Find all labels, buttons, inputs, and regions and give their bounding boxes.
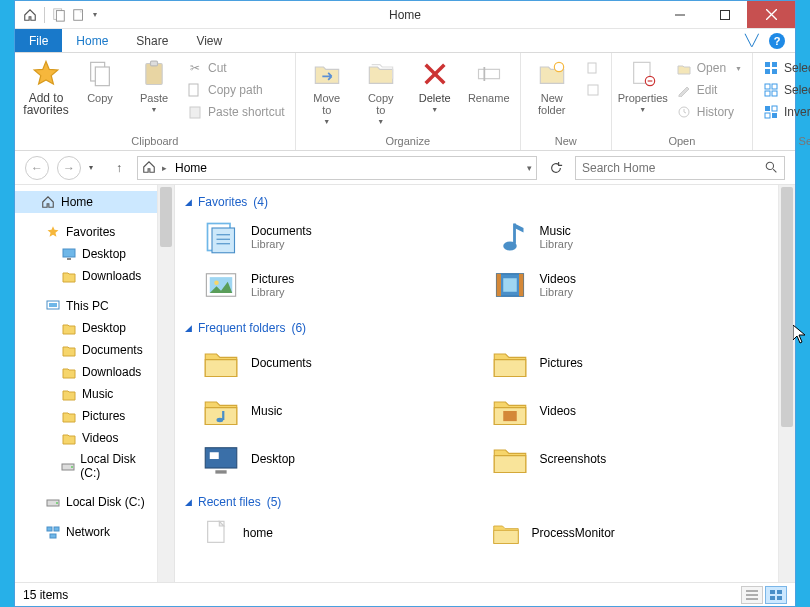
history-dropdown-icon[interactable]: ▾ <box>89 163 101 172</box>
dropdown-icon[interactable]: ▾ <box>527 163 532 173</box>
tree-this-pc[interactable]: This PC <box>15 295 157 317</box>
tree-desktop[interactable]: Desktop <box>15 243 157 265</box>
tab-home[interactable]: Home <box>62 29 122 52</box>
item-documents[interactable]: DocumentsLibrary <box>201 217 480 257</box>
refresh-button[interactable] <box>545 157 567 179</box>
delete-button[interactable]: Delete ▼ <box>410 56 460 113</box>
move-to-icon <box>311 58 343 90</box>
collapse-ribbon-icon[interactable]: ╲╱ <box>745 34 759 47</box>
section-frequent[interactable]: ◢ Frequent folders (6) <box>185 317 768 343</box>
new-folder-button[interactable]: New folder <box>527 56 577 116</box>
folder-icon <box>61 320 77 336</box>
forward-button[interactable]: → <box>57 156 81 180</box>
favorites-grid: DocumentsLibrary MusicLibrary PicturesLi… <box>185 217 768 305</box>
tab-view[interactable]: View <box>182 29 236 52</box>
tree-pc-desktop[interactable]: Desktop <box>15 317 157 339</box>
easy-access-button[interactable] <box>581 80 605 100</box>
search-icon[interactable] <box>765 161 778 174</box>
rename-button[interactable]: Rename <box>464 56 514 104</box>
edit-button[interactable]: Edit <box>672 80 746 100</box>
details-view-button[interactable] <box>741 586 763 604</box>
chevron-right-icon[interactable]: ▸ <box>162 163 167 173</box>
group-label: Open <box>618 133 746 150</box>
tree-network[interactable]: Network <box>15 521 157 543</box>
item-videos[interactable]: VideosLibrary <box>490 265 769 305</box>
chevron-down-icon: ▼ <box>377 118 384 125</box>
select-none-button[interactable]: Select none <box>759 80 810 100</box>
help-icon[interactable]: ? <box>769 33 785 49</box>
maximize-button[interactable] <box>702 1 747 28</box>
scrollbar-thumb[interactable] <box>781 187 793 427</box>
address-bar[interactable]: ▸ Home ▾ <box>137 156 537 180</box>
item-pictures-folder[interactable]: Pictures <box>490 343 769 383</box>
content-scrollbar[interactable] <box>778 185 795 582</box>
tab-file[interactable]: File <box>15 29 62 52</box>
tree-pc-videos[interactable]: Videos <box>15 427 157 449</box>
svg-rect-19 <box>588 85 598 95</box>
history-button[interactable]: History <box>672 102 746 122</box>
add-to-favorites-button[interactable]: Add to favorites <box>21 56 71 116</box>
search-box[interactable] <box>575 156 785 180</box>
new-folder-icon[interactable] <box>70 6 88 24</box>
invert-selection-button[interactable]: Invert selection <box>759 102 810 122</box>
folder-icon <box>61 408 77 424</box>
titlebar: ▾ Home <box>15 1 795 29</box>
desktop-icon <box>201 439 241 479</box>
select-none-icon <box>763 82 779 98</box>
minimize-button[interactable] <box>657 1 702 28</box>
svg-point-56 <box>214 281 219 286</box>
item-processmonitor-folder[interactable]: ProcessMonitor <box>490 517 769 549</box>
new-item-button[interactable] <box>581 58 605 78</box>
open-button[interactable]: Open▼ <box>672 58 746 78</box>
properties-icon[interactable] <box>50 6 68 24</box>
quick-access-toolbar: ▾ <box>15 6 100 24</box>
paste-button[interactable]: Paste ▼ <box>129 56 179 113</box>
item-home-file[interactable]: home <box>201 517 480 549</box>
section-favorites[interactable]: ◢ Favorites (4) <box>185 191 768 217</box>
item-videos-folder[interactable]: Videos <box>490 391 769 431</box>
cut-button[interactable]: ✂Cut <box>183 58 289 78</box>
folder-videos-icon <box>490 391 530 431</box>
qat-dropdown-icon[interactable]: ▾ <box>90 10 100 19</box>
tree-favorites[interactable]: Favorites <box>15 221 157 243</box>
back-button[interactable]: ← <box>25 156 49 180</box>
item-desktop-folder[interactable]: Desktop <box>201 439 480 479</box>
section-recent[interactable]: ◢ Recent files (5) <box>185 491 768 517</box>
breadcrumb-item[interactable]: Home <box>171 161 211 175</box>
copy-to-button[interactable]: Copy to ▼ <box>356 56 406 125</box>
svg-rect-59 <box>519 274 524 297</box>
tree-pc-documents[interactable]: Documents <box>15 339 157 361</box>
tree-pc-pictures[interactable]: Pictures <box>15 405 157 427</box>
item-pictures[interactable]: PicturesLibrary <box>201 265 480 305</box>
svg-line-5 <box>766 9 777 20</box>
tree-local-disk[interactable]: Local Disk (C:) <box>15 491 157 513</box>
scrollbar-thumb[interactable] <box>160 187 172 247</box>
tree-home[interactable]: Home <box>15 191 157 213</box>
tree-pc-downloads[interactable]: Downloads <box>15 361 157 383</box>
ribbon-tabs: File Home Share View ╲╱ ? <box>15 29 795 53</box>
tree-pc-local-disk[interactable]: Local Disk (C:) <box>15 449 157 483</box>
close-button[interactable] <box>747 1 795 28</box>
tree-pc-music[interactable]: Music <box>15 383 157 405</box>
item-music[interactable]: MusicLibrary <box>490 217 769 257</box>
item-music-folder[interactable]: Music <box>201 391 480 431</box>
move-to-button[interactable]: Move to ▼ <box>302 56 352 125</box>
collapse-icon: ◢ <box>185 497 192 507</box>
select-all-button[interactable]: Select all <box>759 58 810 78</box>
tree-scrollbar[interactable] <box>157 185 174 582</box>
tree-downloads[interactable]: Downloads <box>15 265 157 287</box>
up-button[interactable]: ↑ <box>109 158 129 178</box>
folder-music-icon <box>201 391 241 431</box>
copy-path-button[interactable]: Copy path <box>183 80 289 100</box>
search-input[interactable] <box>582 161 759 175</box>
icons-view-button[interactable] <box>765 586 787 604</box>
home-icon[interactable] <box>21 6 39 24</box>
paste-icon <box>138 58 170 90</box>
item-documents-folder[interactable]: Documents <box>201 343 480 383</box>
properties-button[interactable]: Properties ▼ <box>618 56 668 113</box>
svg-rect-47 <box>50 534 56 538</box>
copy-button[interactable]: Copy <box>75 56 125 104</box>
paste-shortcut-button[interactable]: Paste shortcut <box>183 102 289 122</box>
item-screenshots-folder[interactable]: Screenshots <box>490 439 769 479</box>
tab-share[interactable]: Share <box>122 29 182 52</box>
